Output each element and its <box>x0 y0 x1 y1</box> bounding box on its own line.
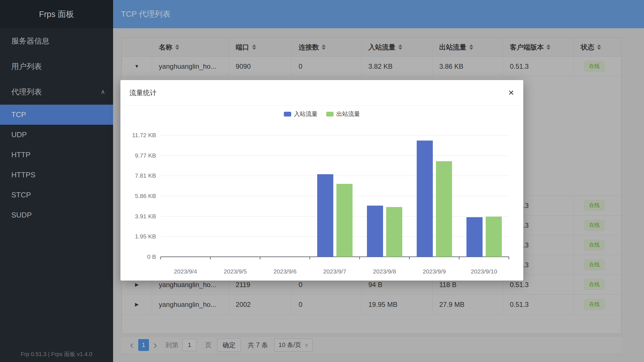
sort-caret-icon <box>398 44 402 50</box>
column-header-label: 状态 <box>581 43 594 52</box>
traffic-stats-modal: 流量统计 ✕ 入站流量出站流量 0 B1.95 KB3.91 KB5.86 KB… <box>120 80 523 281</box>
caret-up-icon <box>546 44 550 47</box>
x-axis-tick-label: 2023/9/5 <box>210 268 260 275</box>
sort-caret-icon <box>546 44 550 50</box>
sidebar-item-sudp[interactable]: SUDP <box>0 205 113 225</box>
legend-color-chip <box>284 112 291 117</box>
column-header-label: 端口 <box>236 43 249 52</box>
cell-status: 在线 <box>574 196 621 215</box>
x-axis-tick <box>310 257 310 259</box>
modal-body: 入站流量出站流量 0 B1.95 KB3.91 KB5.86 KB7.81 KB… <box>120 105 523 280</box>
column-header-状态[interactable]: 状态 <box>574 38 621 56</box>
column-header-expand <box>122 38 152 56</box>
x-axis-tick <box>210 257 211 259</box>
inbound-bar <box>367 206 383 257</box>
modal-title: 流量统计 <box>129 88 157 97</box>
sidebar-item-label: 服务器信息 <box>11 36 49 46</box>
x-axis-tick-label: 2023/9/9 <box>409 268 459 275</box>
x-axis-tick-label: 2023/9/6 <box>260 268 310 275</box>
cell-connections: 0 <box>292 57 362 76</box>
status-badge: 在线 <box>584 61 604 72</box>
column-header-label: 客户端版本 <box>510 43 544 52</box>
outbound-bar <box>486 217 502 257</box>
cell-client_version: 0.51.3 <box>503 295 574 314</box>
caret-up-icon <box>597 44 601 47</box>
column-header-出站流量[interactable]: 出站流量 <box>433 38 503 56</box>
x-axis-tick <box>359 257 360 259</box>
caret-up-icon <box>398 44 402 47</box>
sidebar-item-https[interactable]: HTTPS <box>0 165 113 185</box>
status-badge: 在线 <box>584 299 604 310</box>
status-badge: 在线 <box>584 220 604 230</box>
cell-traffic_in: 19.95 MB <box>362 295 433 314</box>
page-size-select[interactable]: 10 条/页 ∨ <box>274 339 313 352</box>
collapse-row-icon[interactable]: ▼ <box>135 64 139 69</box>
sidebar-item-stcp[interactable]: STCP <box>0 185 113 205</box>
legend-item-出站流量[interactable]: 出站流量 <box>326 110 360 118</box>
table-row[interactable]: ▼yanghuanglin_ho...909003.82 KB3.86 KB0.… <box>122 57 621 76</box>
x-axis-tick <box>260 257 260 259</box>
legend-label: 出站流量 <box>336 110 360 118</box>
expand-row-icon[interactable]: ▶ <box>135 282 139 288</box>
gridline <box>161 135 509 135</box>
frps-dashboard: Frps 面板 服务器信息用户列表代理列表∧TCPUDPHTTPHTTPSSTC… <box>0 0 644 362</box>
close-icon[interactable]: ✕ <box>508 89 514 96</box>
sidebar-menu: 服务器信息用户列表代理列表∧TCPUDPHTTPHTTPSSTCPSUDP <box>0 28 113 225</box>
gridline <box>161 156 509 156</box>
goto-page-input[interactable] <box>182 339 196 351</box>
column-header-连接数[interactable]: 连接数 <box>292 38 362 56</box>
x-axis-line <box>161 257 509 257</box>
expand-row-icon[interactable]: ▶ <box>135 301 139 307</box>
prev-page-icon[interactable]: ‹ <box>130 340 134 350</box>
cell-status: 在线 <box>574 235 621 255</box>
sidebar-item-udp[interactable]: UDP <box>0 125 113 145</box>
table-row[interactable]: ▶yanghuanglin_ho...2002019.95 MB27.9 MB0… <box>122 295 621 314</box>
y-axis-tick-label: 5.86 KB <box>119 193 156 199</box>
cell-expand_icon: ▶ <box>122 295 152 314</box>
page-button-1[interactable]: 1 <box>138 339 149 351</box>
sort-caret-icon <box>322 44 326 50</box>
sidebar-item-服务器信息[interactable]: 服务器信息 <box>0 28 113 54</box>
caret-up-icon <box>252 44 256 47</box>
sidebar-item-label: 代理列表 <box>11 87 42 97</box>
column-header-客户端版本[interactable]: 客户端版本 <box>503 38 574 56</box>
confirm-button[interactable]: 确定 <box>217 338 241 352</box>
legend-color-chip <box>326 112 334 117</box>
caret-down-icon <box>469 48 473 50</box>
modal-header: 流量统计 ✕ <box>120 80 523 105</box>
sidebar-item-tcp[interactable]: TCP <box>0 105 113 125</box>
caret-down-icon <box>398 48 402 50</box>
column-header-端口[interactable]: 端口 <box>229 38 292 56</box>
legend-label: 入站流量 <box>294 110 318 118</box>
caret-up-icon <box>175 44 179 47</box>
version-footer: Frp 0.51.3 | Frps 面板 v1.4.0 <box>0 350 113 358</box>
status-badge: 在线 <box>584 200 604 211</box>
column-header-名称[interactable]: 名称 <box>152 38 229 56</box>
table-header-row: 名称端口连接数入站流量出站流量客户端版本状态 <box>122 38 621 57</box>
chevron-up-icon: ∧ <box>101 88 105 96</box>
sidebar-item-代理列表[interactable]: 代理列表∧ <box>0 79 113 105</box>
sort-caret-icon <box>469 44 473 50</box>
legend-item-入站流量[interactable]: 入站流量 <box>284 110 318 118</box>
page-size-value: 10 条/页 <box>278 341 301 349</box>
x-axis-tick <box>160 257 161 259</box>
x-axis-tick <box>509 257 509 259</box>
status-badge: 在线 <box>584 279 604 290</box>
next-page-icon[interactable]: › <box>154 340 157 350</box>
x-axis-tick-label: 2023/9/4 <box>161 268 210 275</box>
caret-down-icon <box>252 48 256 50</box>
pagination: ‹ 1 › 到第 页 确定 共 7 条 10 条/页 ∨ <box>122 336 621 354</box>
sidebar-item-http[interactable]: HTTP <box>0 145 113 165</box>
sidebar-item-用户列表[interactable]: 用户列表 <box>0 54 113 79</box>
caret-up-icon <box>469 44 473 47</box>
sidebar: Frps 面板 服务器信息用户列表代理列表∧TCPUDPHTTPHTTPSSTC… <box>0 0 113 362</box>
column-header-入站流量[interactable]: 入站流量 <box>362 38 433 56</box>
goto-suffix-label: 页 <box>205 341 211 350</box>
column-header-label: 名称 <box>159 43 172 52</box>
goto-prefix-label: 到第 <box>165 341 178 350</box>
column-header-label: 出站流量 <box>439 43 466 52</box>
y-axis-tick-label: 7.81 KB <box>119 172 156 179</box>
chevron-down-icon: ∨ <box>305 342 308 348</box>
x-axis-tick-label: 2023/9/10 <box>459 268 509 275</box>
x-axis-tick <box>409 257 410 259</box>
